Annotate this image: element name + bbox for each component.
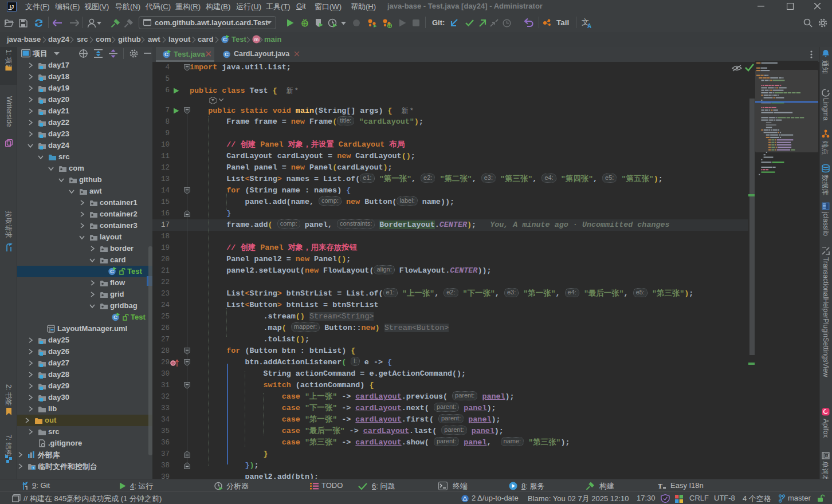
svg-text:A: A	[587, 23, 591, 28]
svg-text:A: A	[826, 454, 828, 458]
svg-text:m: m	[254, 37, 258, 42]
svg-text:IJ: IJ	[10, 4, 14, 10]
svg-text:T: T	[658, 482, 662, 490]
svg-text:C: C	[225, 51, 229, 57]
